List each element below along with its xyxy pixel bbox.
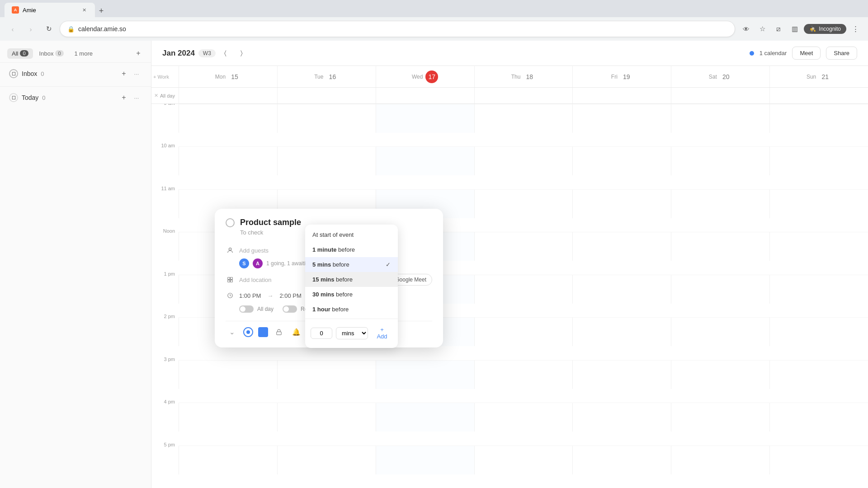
time-cell-wed-4[interactable] — [376, 403, 474, 432]
next-week-button[interactable]: 〉 — [236, 47, 248, 60]
time-cell-sun-noon[interactable] — [769, 232, 868, 261]
time-cell-fri-1[interactable] — [572, 275, 671, 304]
time-cell-tue-3[interactable] — [277, 360, 376, 389]
all-day-toggle[interactable] — [239, 305, 254, 313]
time-cell-sat-10[interactable] — [671, 146, 769, 175]
share-button[interactable]: Share — [826, 47, 857, 60]
time-cell-tue-10[interactable] — [277, 146, 376, 175]
add-location-label[interactable]: Add location — [239, 277, 272, 283]
time-cell-thu-3[interactable] — [474, 360, 573, 389]
time-cell-sun-9[interactable] — [769, 104, 868, 133]
time-cell-fri-5[interactable] — [572, 446, 671, 474]
sidebar-tab-inbox[interactable]: Inbox 0 — [35, 48, 68, 59]
chrome-menu-icon[interactable]: ⋮ — [848, 22, 863, 36]
time-cell-wed-5[interactable] — [376, 446, 474, 474]
time-cell-sat-3[interactable] — [671, 360, 769, 389]
sidebar-toggle-icon[interactable]: ▥ — [788, 22, 802, 36]
dropdown-item-1min[interactable]: 1 minute before — [305, 242, 398, 257]
time-cell-sun-1[interactable] — [769, 275, 868, 304]
time-cell-mon-5[interactable] — [179, 446, 277, 474]
dropdown-item-5mins[interactable]: 5 mins before ✓ — [305, 257, 398, 272]
chevron-down-icon[interactable]: ⌄ — [226, 326, 238, 338]
all-day-fri[interactable] — [572, 88, 671, 103]
time-cell-wed-3[interactable] — [376, 360, 474, 389]
time-cell-tue-4[interactable] — [277, 403, 376, 432]
extensions-icon[interactable]: ⧄ — [771, 22, 786, 36]
time-cell-thu-10[interactable] — [474, 146, 573, 175]
all-day-sat[interactable] — [671, 88, 769, 103]
time-cell-sat-2[interactable] — [671, 317, 769, 346]
prev-week-button[interactable]: 〈 — [219, 47, 232, 60]
all-day-thu[interactable] — [474, 88, 573, 103]
time-cell-sat-noon[interactable] — [671, 232, 769, 261]
sidebar-tab-more[interactable]: 1 more — [70, 48, 97, 59]
bookmark-icon[interactable]: ☆ — [755, 22, 769, 36]
bell-icon[interactable]: 🔔 — [290, 326, 302, 338]
time-cell-fri-11[interactable] — [572, 189, 671, 218]
time-cell-thu-11[interactable] — [474, 189, 573, 218]
dropdown-item-1hour[interactable]: 1 hour before — [305, 302, 398, 317]
sidebar-tab-all[interactable]: All 0 — [7, 48, 33, 59]
time-cell-sun-5[interactable] — [769, 446, 868, 474]
time-cell-thu-5[interactable] — [474, 446, 573, 474]
time-cell-tue-9[interactable] — [277, 104, 376, 133]
time-cell-wed-9[interactable] — [376, 104, 474, 133]
time-cell-mon-10[interactable] — [179, 146, 277, 175]
time-cell-mon-4[interactable] — [179, 403, 277, 432]
time-cell-sun-4[interactable] — [769, 403, 868, 432]
time-cell-thu-4[interactable] — [474, 403, 573, 432]
time-cell-sun-11[interactable] — [769, 189, 868, 218]
dropdown-item-at-start[interactable]: At start of event — [305, 227, 398, 242]
custom-unit-select[interactable]: mins hours days — [336, 327, 368, 339]
time-cell-sat-4[interactable] — [671, 403, 769, 432]
time-cell-sat-9[interactable] — [671, 104, 769, 133]
repeat-toggle[interactable] — [283, 305, 297, 313]
eye-slash-icon[interactable]: 👁 — [739, 22, 753, 36]
dropdown-item-15mins[interactable]: 15 mins before — [305, 272, 398, 287]
inbox-add-button[interactable]: + — [118, 68, 129, 79]
tab-close-button[interactable]: ✕ — [80, 6, 88, 14]
time-cell-mon-3[interactable] — [179, 360, 277, 389]
time-cell-sun-3[interactable] — [769, 360, 868, 389]
all-day-mon[interactable] — [179, 88, 277, 103]
time-cell-thu-2[interactable] — [474, 317, 573, 346]
new-tab-button[interactable]: + — [95, 5, 108, 17]
all-day-tue[interactable] — [277, 88, 376, 103]
time-cell-fri-2[interactable] — [572, 317, 671, 346]
time-cell-fri-4[interactable] — [572, 403, 671, 432]
time-cell-fri-10[interactable] — [572, 146, 671, 175]
inbox-more-button[interactable]: ··· — [131, 68, 142, 79]
back-button[interactable]: ‹ — [5, 22, 20, 36]
time-cell-sun-2[interactable] — [769, 317, 868, 346]
circle-status-icon[interactable] — [243, 327, 254, 338]
time-cell-tue-5[interactable] — [277, 446, 376, 474]
time-cell-fri-9[interactable] — [572, 104, 671, 133]
custom-minutes-input[interactable] — [311, 328, 332, 339]
reload-button[interactable]: ↻ — [42, 22, 56, 36]
square-icon[interactable] — [258, 327, 268, 337]
time-cell-mon-9[interactable] — [179, 104, 277, 133]
lock-icon[interactable] — [273, 326, 285, 338]
time-cell-sat-1[interactable] — [671, 275, 769, 304]
dropdown-item-30mins[interactable]: 30 mins before — [305, 287, 398, 302]
time-cell-wed-10[interactable] — [376, 146, 474, 175]
time-cell-thu-9[interactable] — [474, 104, 573, 133]
address-bar[interactable]: 🔒 calendar.amie.so — [60, 21, 735, 37]
all-day-sun[interactable] — [769, 88, 868, 103]
all-day-wed[interactable] — [376, 88, 474, 103]
today-more-button[interactable]: ··· — [131, 92, 142, 103]
time-cell-fri-3[interactable] — [572, 360, 671, 389]
time-cell-thu-1[interactable] — [474, 275, 573, 304]
time-cell-sat-11[interactable] — [671, 189, 769, 218]
sidebar-add-button[interactable]: + — [133, 48, 144, 59]
add-notification-button[interactable]: + Add — [372, 324, 392, 342]
add-guests-label[interactable]: Add guests — [239, 247, 269, 254]
time-cell-sun-10[interactable] — [769, 146, 868, 175]
time-cell-fri-noon[interactable] — [572, 232, 671, 261]
active-tab[interactable]: A Amie ✕ — [5, 3, 95, 17]
meet-button[interactable]: Meet — [792, 47, 821, 60]
time-cell-sat-5[interactable] — [671, 446, 769, 474]
forward-button[interactable]: › — [24, 22, 38, 36]
time-cell-thu-noon[interactable] — [474, 232, 573, 261]
today-add-button[interactable]: + — [118, 92, 129, 103]
